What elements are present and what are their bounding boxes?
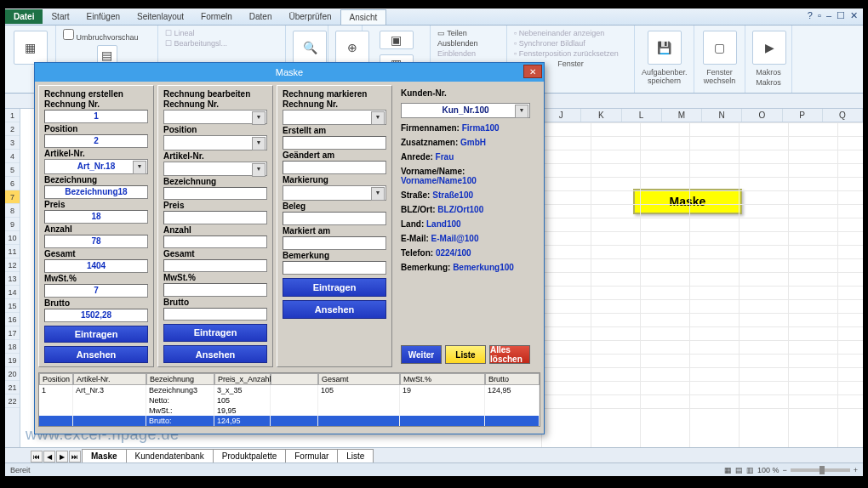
field-combo[interactable] <box>283 110 386 125</box>
field-input[interactable] <box>283 212 386 225</box>
table-header[interactable]: Bezeichnung <box>146 373 214 385</box>
table-header[interactable]: MwSt.% <box>400 373 485 385</box>
tab-nav-last[interactable]: ⏭ <box>69 451 81 462</box>
table-header[interactable]: Gesamt <box>318 373 400 385</box>
liste-button[interactable]: Liste <box>445 345 486 364</box>
row-header[interactable]: 19 <box>5 354 20 367</box>
sheet-tab[interactable]: Produktpalette <box>213 449 287 462</box>
tab-ansicht[interactable]: Ansicht <box>340 9 387 25</box>
tab-einfuegen[interactable]: Einfügen <box>78 9 128 24</box>
col-header[interactable]: L <box>622 109 662 122</box>
row-header[interactable]: 2 <box>5 122 20 136</box>
eintragen-button[interactable]: Eintragen <box>283 278 386 297</box>
table-row[interactable]: Netto:105 <box>39 395 540 406</box>
row-header[interactable]: 7 <box>5 190 20 204</box>
col-header[interactable]: K <box>581 109 621 122</box>
file-menu[interactable]: Datei <box>5 9 43 24</box>
aufgaben-button[interactable]: 💾 <box>648 31 682 65</box>
close-icon[interactable]: ✕ <box>523 65 542 78</box>
normal-view-button[interactable]: ▦ <box>14 31 48 65</box>
field-input[interactable]: Bezeichnung18 <box>44 185 148 199</box>
window-close-icon[interactable]: ✕ <box>850 10 858 21</box>
field-input[interactable]: 1404 <box>44 259 148 273</box>
field-input[interactable] <box>283 261 386 275</box>
row-header[interactable]: 16 <box>5 313 20 326</box>
row-header[interactable]: 13 <box>5 272 20 286</box>
table-header[interactable]: Artikel-Nr. <box>73 373 146 385</box>
row-header[interactable]: 1 <box>5 109 20 122</box>
row-header[interactable]: 4 <box>5 150 20 163</box>
field-input[interactable]: 1502,28 <box>44 309 148 322</box>
table-header[interactable] <box>271 373 318 385</box>
maske-cell-button[interactable]: Maske <box>633 189 742 214</box>
row-header[interactable]: 21 <box>5 381 20 394</box>
ansehen-button[interactable]: Ansehen <box>44 346 148 363</box>
field-input[interactable] <box>283 136 386 150</box>
sheet-tab[interactable]: Kundendatenbank <box>126 449 214 462</box>
row-header[interactable]: 10 <box>5 231 20 245</box>
table-header[interactable]: Preis_x_Anzahl <box>214 373 271 385</box>
help-icon[interactable]: ? <box>808 10 813 21</box>
row-header[interactable]: 6 <box>5 177 20 190</box>
sheet-tab[interactable]: Formular <box>285 449 338 462</box>
row-header[interactable]: 15 <box>5 299 20 313</box>
field-input[interactable] <box>163 211 267 224</box>
col-header[interactable]: M <box>662 109 702 122</box>
customer-combo[interactable]: Kun_Nr.100 <box>401 103 530 118</box>
table-header[interactable]: Position <box>39 373 73 385</box>
view-break-icon[interactable]: ▥ <box>746 466 754 474</box>
alles-loeschen-button[interactable]: Alles löschen <box>489 345 530 364</box>
tab-nav-prev[interactable]: ◀ <box>43 451 55 462</box>
umbruchvorschau-check[interactable] <box>63 29 74 40</box>
eintragen-button[interactable]: Eintragen <box>163 324 267 342</box>
tab-seitenlayout[interactable]: Seitenlayout <box>128 9 192 24</box>
field-combo[interactable]: Art_Nr.18 <box>44 159 148 174</box>
field-input[interactable]: 7 <box>44 284 148 298</box>
field-input[interactable] <box>163 259 267 272</box>
sheet-tab[interactable]: Liste <box>337 449 374 462</box>
sheet-tab[interactable]: Maske <box>82 449 127 462</box>
row-header[interactable]: 12 <box>5 258 20 272</box>
zoom-slider[interactable] <box>791 468 850 472</box>
table-row[interactable]: MwSt.:19,95 <box>39 406 540 416</box>
col-header[interactable]: J <box>541 109 581 122</box>
row-header[interactable]: 8 <box>5 204 20 218</box>
field-input[interactable]: 78 <box>44 235 148 248</box>
ansehen-button[interactable]: Ansehen <box>163 345 267 363</box>
row-header[interactable]: 11 <box>5 245 20 258</box>
row-header[interactable]: 18 <box>5 340 20 354</box>
table-header[interactable]: Brutto <box>485 373 540 385</box>
cells-area[interactable]: Maske <box>541 122 863 447</box>
row-header[interactable]: 20 <box>5 367 20 381</box>
makros-button[interactable]: ▶ <box>752 31 786 65</box>
view-layout-icon[interactable]: ▤ <box>735 466 743 474</box>
row-header[interactable]: 17 <box>5 326 20 340</box>
col-header[interactable]: N <box>702 109 742 122</box>
field-combo[interactable] <box>163 135 267 150</box>
row-header[interactable]: 14 <box>5 286 20 299</box>
col-header[interactable]: Q <box>823 109 863 122</box>
row-header[interactable]: 22 <box>5 394 20 408</box>
tab-nav-first[interactable]: ⏮ <box>31 451 43 462</box>
field-combo[interactable] <box>163 162 267 176</box>
invoice-table[interactable]: PositionArtikel-Nr.BezeichnungPreis_x_An… <box>38 372 540 427</box>
zoom-in-icon[interactable]: + <box>854 466 858 474</box>
tab-ueberpruefen[interactable]: Überprüfen <box>280 9 340 24</box>
field-input[interactable]: 2 <box>44 134 148 148</box>
tab-daten[interactable]: Daten <box>241 9 281 24</box>
view-normal-icon[interactable]: ▦ <box>724 466 732 474</box>
field-input[interactable]: 18 <box>44 210 148 224</box>
tab-formeln[interactable]: Formeln <box>192 9 241 24</box>
zoom-out-icon[interactable]: − <box>782 466 786 474</box>
dialog-titlebar[interactable]: Maske ✕ <box>35 63 544 82</box>
tab-nav-next[interactable]: ▶ <box>56 451 68 462</box>
ausblenden-label[interactable]: Ausblenden <box>437 39 500 48</box>
field-combo[interactable] <box>163 110 267 124</box>
minimize-ribbon-icon[interactable]: ▫ <box>818 10 821 21</box>
fenster-wechseln-button[interactable]: ▢ <box>703 31 737 65</box>
field-input[interactable] <box>163 308 267 321</box>
eintragen-button[interactable]: Eintragen <box>44 326 148 343</box>
field-input[interactable] <box>163 187 267 200</box>
new-window-button[interactable]: ▣ <box>380 31 414 49</box>
row-header[interactable]: 3 <box>5 136 20 150</box>
